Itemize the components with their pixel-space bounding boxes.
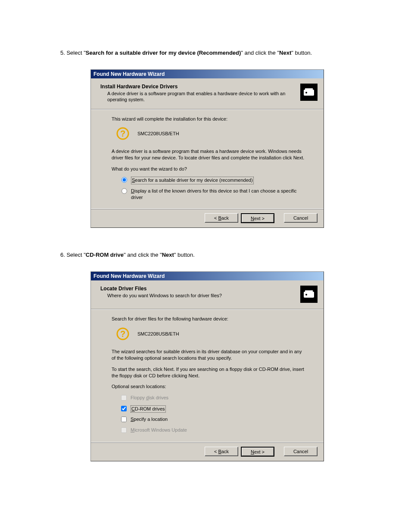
dialog-body: Search for driver files for the followin… [91,309,324,442]
checkbox-input-floppy [121,395,127,401]
header-subtitle: A device driver is a software program th… [100,90,300,103]
svg-rect-1 [305,88,313,90]
back-button[interactable]: < Back [205,213,238,223]
intro-text: This wizard will complete the installati… [112,116,306,122]
svg-rect-6 [305,290,313,292]
checkbox-cdrom[interactable]: CD-ROM drives [119,405,306,413]
found-new-hardware-wizard-dialog: Found New Hardware Wizard Install Hardwa… [90,69,324,228]
hardware-icon [300,286,318,303]
radio1-rest: earch for a suitable driver for my devic… [135,177,252,183]
device-row: ? SMC2208USB/ETH [116,127,306,140]
question-icon: ? [116,327,130,341]
radio2-rest: isplay a list of the known drivers for t… [131,188,297,200]
explain2-text: To start the search, click Next. If you … [112,366,306,380]
cancel-button[interactable]: Cancel [284,213,318,223]
radio-search-driver[interactable]: Search for a suitable driver for my devi… [119,177,306,184]
radio-input-display[interactable] [121,188,127,194]
step5-bold1: Search for a suitable driver for my devi… [86,50,241,56]
step6-prefix: 6. Select " [60,252,86,258]
dialog-header: Locate Driver Files Where do you want Wi… [91,280,324,309]
radio-input-search[interactable] [121,177,127,183]
dialog-titlebar: Found New Hardware Wizard [91,272,324,280]
next-button[interactable]: Next > [241,447,274,457]
question-icon: ? [116,127,130,140]
hardware-icon [300,84,318,101]
explain-text: A device driver is a software program th… [112,148,306,162]
dialog-footer: < Back Next > Cancel [91,208,324,227]
cancel-button[interactable]: Cancel [284,447,318,456]
radio-display-list[interactable]: Display a list of the known drivers for … [119,188,306,201]
header-subtitle: Where do you want Windows to search for … [100,292,300,299]
checkbox-floppy: Floppy disk drives [119,395,306,402]
checkbox-windows-update: Microsoft Windows Update [119,427,306,434]
step5-bold2: Next [279,50,291,56]
step6-mid: " and click the " [124,252,162,258]
checkbox-input-update [121,427,127,433]
step5-prefix: 5. Select " [60,50,86,56]
step-5-instruction: 5. Select "Search for a suitable driver … [60,47,368,59]
dialog-titlebar: Found New Hardware Wizard [91,70,324,78]
dialog-body: This wizard will complete the installati… [91,109,324,209]
question-text: What do you want the wizard to do? [112,166,306,172]
dialog-footer: < Back Next > Cancel [91,442,324,461]
back-button[interactable]: < Back [205,447,238,456]
optional-label: Optional search locations: [112,383,306,390]
step6-suffix: " button. [174,252,195,258]
header-title: Install Hardware Device Drivers [100,84,300,90]
explain1-text: The wizard searches for suitable drivers… [112,348,306,362]
step6-bold2: Next [162,252,174,258]
step5-mid: " and click the " [241,50,279,56]
svg-point-2 [305,92,307,93]
dialog-header: Install Hardware Device Drivers A device… [91,78,324,109]
step5-suffix: " button. [291,50,312,56]
svg-text:?: ? [120,329,125,339]
device-row: ? SMC2208USB/ETH [116,327,306,341]
header-title: Locate Driver Files [100,286,300,292]
next-button[interactable]: Next > [241,213,274,223]
svg-text:?: ? [120,129,125,138]
svg-point-7 [305,294,307,296]
svg-rect-5 [304,292,314,298]
checkbox-specify[interactable]: Specify a location [119,416,306,423]
checkbox-input-specify[interactable] [121,417,127,422]
checkbox-input-cdrom[interactable] [121,406,127,411]
svg-rect-0 [304,90,314,96]
locate-driver-files-dialog: Found New Hardware Wizard Locate Driver … [90,271,324,461]
intro-text: Search for driver files for the followin… [112,316,306,322]
device-name: SMC2208USB/ETH [137,331,179,336]
step-6-instruction: 6. Select "CD-ROM drive" and click the "… [60,249,368,261]
device-name: SMC2208USB/ETH [137,131,179,136]
step6-bold1: CD-ROM drive [86,252,124,258]
